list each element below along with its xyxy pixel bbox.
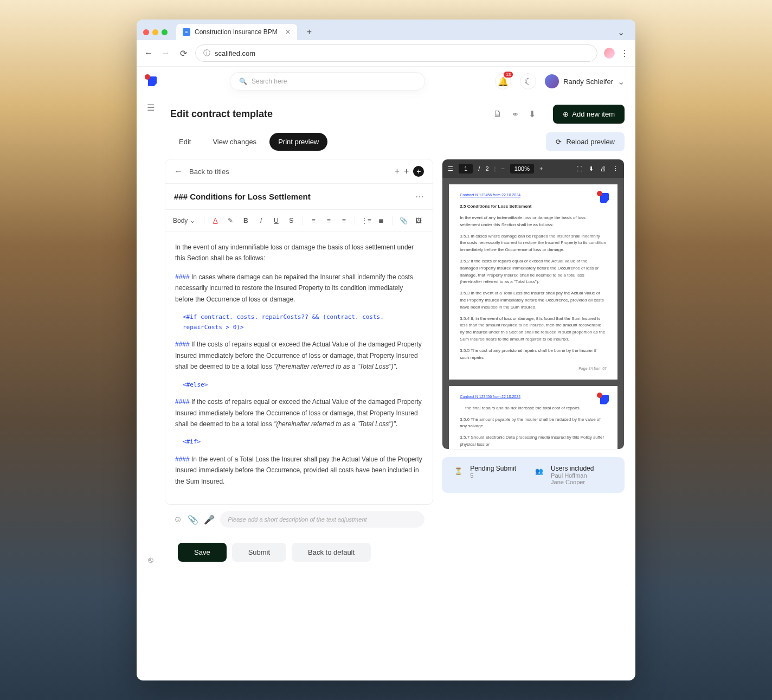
back-arrow-icon[interactable]: ← (174, 166, 183, 176)
back-button[interactable]: ← (143, 48, 154, 58)
users-icon: 👥 (532, 465, 545, 478)
user-menu[interactable]: Randy Schleifer ⌄ (545, 74, 625, 88)
plus-circle-icon: ⊕ (563, 110, 569, 118)
app-logo[interactable] (145, 74, 157, 86)
save-button[interactable]: Save (178, 543, 227, 562)
editor-body[interactable]: In the event of any indemnifiable loss o… (165, 232, 433, 504)
browser-tab[interactable]: ≡ Construction Insurance BPM ✕ (176, 24, 297, 40)
url-bar[interactable]: ⓘ scalified.com (195, 44, 597, 62)
print-icon[interactable]: 🖨 (600, 165, 606, 172)
pdf-more-icon[interactable]: ⋮ (613, 165, 619, 172)
hierarchy-icon[interactable]: ⚭ (512, 109, 519, 119)
user-avatar (545, 74, 559, 88)
new-tab-button[interactable]: + (301, 24, 317, 40)
italic-button[interactable]: I (254, 214, 267, 227)
pdf-logo (597, 191, 609, 203)
tab-edit[interactable]: Edit (170, 133, 200, 151)
pdf-menu-icon[interactable]: ☰ (448, 165, 453, 172)
format-toolbar: Body ⌄ A ✎ B I U S ≡ ≡ (165, 209, 433, 232)
pdf-page-input[interactable] (459, 164, 473, 174)
strikethrough-button[interactable]: S (285, 214, 298, 227)
user-name-2: Jane Cooper (551, 479, 594, 485)
underline-button[interactable]: U (269, 214, 282, 227)
text-color-button[interactable]: A (209, 214, 222, 227)
ordered-list-button[interactable]: ⋮≡ (359, 214, 372, 227)
bold-button[interactable]: B (239, 214, 252, 227)
status-footer: ⏳ Pending Submit 5 👥 Users included Paul… (442, 457, 625, 493)
reload-button[interactable]: ⟳ (178, 48, 189, 59)
tab-favicon: ≡ (183, 28, 190, 36)
editor-paragraph: #### If the costs of repairs equal or ex… (175, 396, 423, 429)
bell-icon: 🔔 (498, 76, 509, 87)
pdf-logo (597, 393, 609, 404)
refresh-icon: ⟳ (556, 138, 562, 146)
pdf-viewer: ☰ / 2 | − 100% + ⛶ ⬇ 🖨 (442, 159, 625, 449)
add-icon-1[interactable]: + (395, 166, 400, 176)
tab-title: Construction Insurance BPM (195, 28, 278, 36)
emoji-icon[interactable]: ☺ (173, 515, 182, 524)
sidebar: ☰ ⎋ (137, 67, 165, 573)
text-style-select[interactable]: Body ⌄ (173, 217, 195, 224)
submit-button[interactable]: Submit (232, 543, 286, 562)
attach-icon[interactable]: 📎 (188, 515, 198, 525)
fit-page-icon[interactable]: ⛶ (576, 165, 582, 172)
back-to-default-button[interactable]: Back to default (292, 543, 371, 562)
profile-avatar[interactable] (604, 48, 615, 59)
editor-paragraph: In the event of any indemnifiable loss o… (175, 242, 423, 264)
reload-preview-button[interactable]: ⟳ Reload preview (546, 132, 625, 151)
align-right-button[interactable]: ≡ (337, 214, 350, 227)
pdf-total-pages: 2 (485, 165, 488, 172)
menu-toggle-icon[interactable]: ☰ (147, 102, 155, 113)
add-new-item-button[interactable]: ⊕ Add new item (553, 105, 625, 124)
editor-paragraph: #### In cases where damage can be repair… (175, 272, 423, 305)
pdf-download-icon[interactable]: ⬇ (589, 165, 594, 172)
tab-close-icon[interactable]: ✕ (285, 28, 291, 36)
section-more-icon[interactable]: ⋯ (415, 191, 424, 202)
traffic-lights (143, 29, 168, 35)
search-placeholder: Search here (252, 78, 287, 85)
theme-toggle[interactable]: ☾ (520, 73, 536, 89)
chevron-down-icon: ⌄ (617, 76, 625, 87)
pdf-contract-header: Contract N 123456 from 22.10.2024 (460, 192, 607, 198)
minimize-window[interactable] (152, 29, 158, 35)
site-info-icon: ⓘ (203, 48, 210, 58)
maximize-window[interactable] (162, 29, 168, 35)
unordered-list-button[interactable]: ≣ (375, 214, 388, 227)
section-title: ### Conditions for Loss Settlement (174, 192, 311, 201)
chevron-down-icon: ⌄ (190, 217, 195, 224)
tabs-dropdown[interactable]: ⌄ (613, 25, 629, 40)
moon-icon: ☾ (524, 76, 532, 87)
description-input[interactable]: Please add a short description of the te… (220, 511, 424, 528)
search-input[interactable]: 🔍 Search here (230, 72, 425, 91)
tab-print-preview[interactable]: Print preview (269, 133, 327, 151)
forward-button[interactable]: → (160, 48, 171, 58)
mic-icon[interactable]: 🎤 (204, 515, 215, 525)
zoom-in-button[interactable]: + (539, 165, 543, 172)
browser-menu-icon[interactable]: ⋮ (620, 48, 629, 59)
add-icon-2[interactable]: + (404, 166, 409, 176)
download-icon[interactable]: ⬇ (529, 109, 536, 119)
pending-icon: ⏳ (452, 465, 465, 478)
pdf-page-2: Contract N 123456 from 22.10.2024 the fi… (449, 386, 617, 449)
code-line: <#else> (175, 380, 423, 390)
notification-badge: 13 (504, 72, 513, 78)
attachment-button[interactable]: 📎 (397, 214, 410, 227)
document-icon[interactable]: 🗎 (493, 109, 502, 119)
align-center-button[interactable]: ≡ (322, 214, 335, 227)
align-left-button[interactable]: ≡ (307, 214, 320, 227)
back-to-titles-link[interactable]: Back to titles (189, 168, 229, 176)
zoom-out-button[interactable]: − (501, 165, 504, 172)
pdf-section-title: 2.5 Conditions for Loss Settlement (460, 203, 607, 210)
add-filled-button[interactable]: + (413, 166, 424, 177)
pending-label: Pending Submit (470, 465, 516, 472)
highlight-button[interactable]: ✎ (224, 214, 237, 227)
user-name-1: Paul Hoffman (551, 472, 594, 479)
logout-icon[interactable]: ⎋ (148, 555, 153, 565)
close-window[interactable] (143, 29, 149, 35)
pdf-contract-header: Contract N 123456 from 22.10.2024 (460, 394, 607, 400)
image-button[interactable]: 🖼 (412, 214, 425, 227)
notifications-button[interactable]: 🔔 13 (495, 73, 511, 89)
code-line: <#if> (175, 437, 423, 447)
tab-view-changes[interactable]: View changes (204, 133, 265, 151)
pdf-page-number: Page 34 from 67 (460, 365, 607, 371)
